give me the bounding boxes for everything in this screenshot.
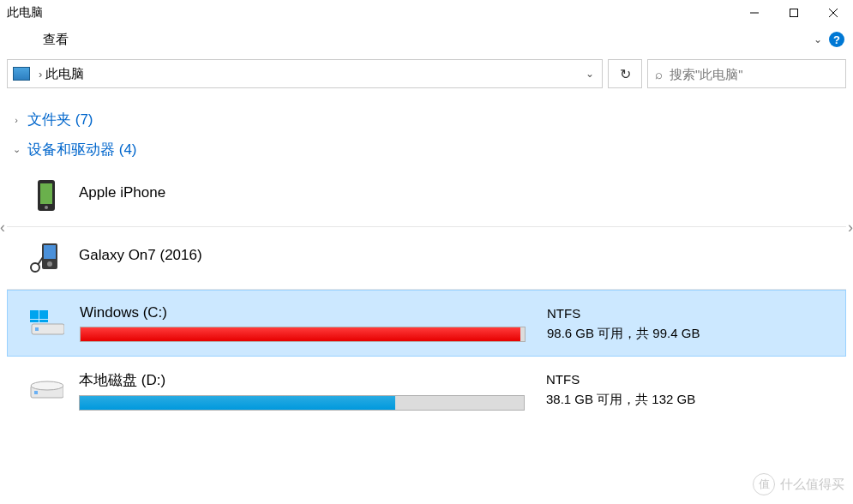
scroll-left-icon[interactable]: ‹: [0, 219, 5, 237]
maximize-button[interactable]: [774, 0, 814, 26]
refresh-icon: ↻: [620, 66, 631, 82]
svg-rect-1: [790, 9, 798, 17]
watermark-badge: 值: [753, 473, 775, 495]
local-disk-icon: [29, 374, 63, 408]
breadcrumb-location[interactable]: 此电脑: [45, 66, 84, 82]
device-name: Apple iPhone: [79, 184, 546, 201]
this-pc-icon: [13, 67, 30, 81]
device-info: Galaxy On7 (2016): [79, 247, 839, 269]
close-icon: [828, 8, 838, 18]
svg-rect-13: [30, 310, 39, 319]
watermark-text: 什么值得买: [780, 477, 844, 493]
minimize-button[interactable]: [735, 0, 774, 26]
group-folders-label: 文件夹 (7): [27, 110, 93, 129]
svg-rect-8: [44, 245, 56, 259]
drive-name: Windows (C:): [80, 304, 547, 321]
svg-point-18: [31, 381, 63, 390]
maximize-icon: [789, 8, 799, 18]
close-button[interactable]: [814, 0, 853, 26]
phone-device-icon: [29, 178, 63, 213]
drive-info: Windows (C:) NTFS 98.6 GB 可用，共 99.4 GB: [80, 304, 838, 342]
device-info: Apple iPhone: [79, 184, 839, 207]
group-folders[interactable]: › 文件夹 (7): [7, 105, 846, 135]
breadcrumb-separator: ›: [39, 68, 42, 81]
addressbar-dropdown-icon[interactable]: ⌄: [578, 68, 602, 80]
menubar-right: ⌄ ?: [814, 32, 853, 47]
search-input[interactable]: [670, 67, 838, 81]
capacity-bar: [79, 395, 525, 411]
menu-view[interactable]: 查看: [36, 28, 75, 51]
help-icon[interactable]: ?: [829, 32, 844, 47]
chevron-right-icon: ›: [10, 115, 22, 125]
search-icon: ⌕: [655, 67, 663, 81]
ribbon-expand-icon[interactable]: ⌄: [814, 33, 822, 45]
drive-name: 本地磁盘 (D:): [79, 370, 546, 390]
searchbox[interactable]: ⌕: [647, 59, 846, 88]
drive-filesystem: NTFS: [546, 372, 839, 387]
media-player-icon: [29, 241, 63, 275]
minimize-icon: [749, 8, 760, 18]
svg-rect-16: [39, 320, 48, 322]
svg-rect-5: [40, 183, 52, 204]
group-devices[interactable]: ⌄ 设备和驱动器 (4): [7, 135, 846, 165]
svg-point-9: [47, 261, 52, 267]
capacity-fill: [81, 327, 520, 341]
titlebar: 此电脑: [0, 0, 853, 26]
windows-drive-icon: [30, 306, 64, 340]
chevron-down-icon: ⌄: [10, 144, 22, 155]
device-item[interactable]: Apple iPhone: [7, 165, 846, 227]
drive-space: 98.6 GB 可用，共 99.4 GB: [547, 326, 838, 342]
content-area: › 文件夹 (7) ⌄ 设备和驱动器 (4) Apple iPhone Gala…: [0, 94, 853, 424]
capacity-fill: [80, 396, 395, 410]
svg-rect-15: [30, 320, 39, 322]
drive-info: 本地磁盘 (D:) NTFS 38.1 GB 可用，共 132 GB: [79, 370, 839, 411]
window-controls: [735, 0, 853, 26]
drive-space: 38.1 GB 可用，共 132 GB: [546, 392, 839, 408]
svg-point-6: [45, 206, 48, 209]
device-name: Galaxy On7 (2016): [79, 247, 546, 264]
menubar: 查看 ⌄ ?: [0, 26, 853, 53]
svg-rect-12: [35, 327, 39, 331]
refresh-button[interactable]: ↻: [608, 59, 642, 88]
addressbar[interactable]: › 此电脑 ⌄: [7, 59, 603, 88]
window-title: 此电脑: [7, 5, 43, 21]
drive-filesystem: NTFS: [547, 306, 838, 321]
addressbar-row: › 此电脑 ⌄ ↻ ⌕: [0, 53, 853, 94]
group-devices-label: 设备和驱动器 (4): [27, 140, 137, 159]
device-item[interactable]: Galaxy On7 (2016): [7, 227, 846, 290]
drive-item[interactable]: Windows (C:) NTFS 98.6 GB 可用，共 99.4 GB: [7, 290, 846, 357]
svg-rect-14: [39, 310, 48, 319]
watermark: 值 什么值得买: [753, 473, 844, 495]
capacity-bar: [80, 327, 526, 342]
scroll-right-icon[interactable]: ›: [848, 219, 853, 237]
svg-rect-19: [34, 391, 38, 394]
drive-item[interactable]: 本地磁盘 (D:) NTFS 38.1 GB 可用，共 132 GB: [7, 357, 846, 424]
